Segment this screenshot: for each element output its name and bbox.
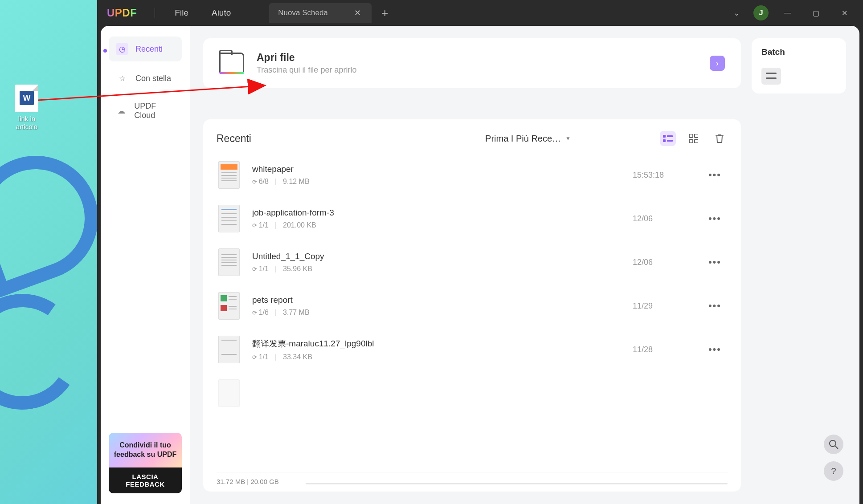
active-indicator (103, 49, 107, 53)
sidebar: ◷ Recenti ☆ Con stella ☁ UPDF Cloud Cond… (101, 26, 190, 504)
file-thumbnail (218, 205, 240, 232)
file-pages: 1/6 (252, 309, 269, 317)
feedback-button[interactable]: LASCIA FEEDBACK (109, 467, 182, 493)
svg-rect-7 (689, 139, 693, 143)
desktop-file-word[interactable]: W link in articolo (9, 85, 45, 131)
file-more-icon[interactable]: ••• (704, 300, 726, 312)
file-row[interactable]: whitepaper 6/8|9.12 MB 15:53:18 ••• (217, 153, 728, 197)
file-row[interactable]: pets report 1/6|3.77 MB 11/29 ••• (217, 284, 728, 328)
file-pages: 1/1 (252, 353, 269, 361)
word-file-icon: W (15, 85, 38, 112)
batch-icon (761, 68, 781, 85)
tab-close-icon[interactable]: ✕ (352, 8, 363, 18)
svg-rect-3 (663, 139, 666, 142)
file-size: 35.96 KB (283, 265, 312, 273)
file-thumbnail (218, 379, 240, 407)
file-pages: 1/1 (252, 265, 269, 273)
file-date: 11/29 (633, 301, 704, 311)
sidebar-item-recent[interactable]: ◷ Recenti (109, 37, 182, 61)
file-thumbnail (218, 248, 240, 276)
file-date: 12/06 (633, 214, 704, 224)
titlebar: UPDF File Aiuto Nuova Scheda ✕ + ⌄ J — ▢… (97, 0, 863, 26)
app-window: UPDF File Aiuto Nuova Scheda ✕ + ⌄ J — ▢… (97, 0, 863, 504)
storage-track (306, 483, 728, 484)
file-pages: 1/1 (252, 221, 269, 229)
sort-dropdown[interactable]: Prima I Più Rece… ▼ (485, 134, 571, 144)
file-row[interactable]: job-application-form-3 1/1|201.00 KB 12/… (217, 197, 728, 240)
chevron-down-icon[interactable]: ⌄ (728, 5, 744, 21)
maximize-button[interactable]: ▢ (806, 3, 826, 23)
minimize-button[interactable]: — (777, 3, 797, 23)
close-button[interactable]: ✕ (834, 3, 854, 23)
file-date: 12/06 (633, 258, 704, 267)
batch-card[interactable]: Batch (752, 38, 846, 93)
file-name: job-application-form-3 (252, 208, 633, 218)
folder-icon (219, 53, 244, 74)
file-size: 9.12 MB (283, 178, 310, 186)
avatar[interactable]: J (753, 5, 769, 20)
view-grid-button[interactable] (686, 131, 702, 146)
file-thumbnail (218, 292, 240, 320)
file-thumbnail (218, 336, 240, 363)
file-date: 15:53:18 (633, 171, 704, 180)
sidebar-item-starred[interactable]: ☆ Con stella (109, 66, 182, 91)
recent-title: Recenti (217, 133, 251, 145)
search-button[interactable] (824, 435, 843, 454)
recent-panel: Recenti Prima I Più Rece… ▼ (203, 119, 741, 492)
file-thumbnail (218, 161, 240, 189)
file-name: whitepaper (252, 164, 633, 174)
caret-down-icon: ▼ (565, 135, 571, 142)
menu-file[interactable]: File (163, 8, 200, 18)
file-pages: 6/8 (252, 178, 269, 186)
file-more-icon[interactable]: ••• (704, 213, 726, 224)
help-button[interactable]: ? (824, 461, 843, 481)
file-name: 翻译发票-maraluc11.27_lpg90lbl (252, 338, 633, 350)
sidebar-label-recent: Recenti (135, 45, 163, 54)
file-row[interactable] (217, 371, 728, 415)
file-size: 3.77 MB (283, 309, 310, 317)
logo-updf: UPDF (107, 7, 137, 19)
file-name: pets report (252, 295, 633, 305)
svg-rect-5 (689, 134, 693, 138)
open-file-arrow-icon[interactable]: › (710, 56, 725, 71)
file-row[interactable]: Untitled_1_1_Copy 1/1|35.96 KB 12/06 ••• (217, 240, 728, 284)
svg-rect-2 (667, 135, 673, 137)
svg-point-9 (830, 440, 836, 447)
star-icon: ☆ (116, 72, 128, 85)
new-tab-button[interactable]: + (372, 6, 398, 20)
feedback-text: Condividi il tuo feedback su UPDF (109, 433, 182, 467)
file-date: 11/28 (633, 345, 704, 354)
file-more-icon[interactable]: ••• (704, 344, 726, 355)
svg-rect-6 (695, 134, 698, 138)
desktop-file-label: link in articolo (9, 115, 45, 131)
file-list: whitepaper 6/8|9.12 MB 15:53:18 ••• job-… (217, 153, 728, 472)
open-file-card[interactable]: Apri file Trascina qui il file per aprir… (203, 38, 741, 88)
svg-rect-1 (663, 135, 666, 138)
tab-new[interactable]: Nuova Scheda ✕ (269, 3, 372, 23)
file-size: 33.34 KB (283, 353, 312, 361)
main-area: Apri file Trascina qui il file per aprir… (190, 26, 859, 504)
svg-rect-8 (695, 139, 698, 143)
storage-bar: 31.72 MB | 20.00 GB (217, 472, 728, 492)
open-file-title: Apri file (257, 52, 356, 64)
sidebar-item-cloud[interactable]: ☁ UPDF Cloud (109, 95, 182, 126)
clock-icon: ◷ (116, 43, 128, 55)
tab-title: Nuova Scheda (278, 8, 328, 17)
open-file-subtitle: Trascina qui il file per aprirlo (257, 65, 356, 75)
storage-text: 31.72 MB | 20.00 GB (217, 478, 279, 485)
file-size: 201.00 KB (283, 221, 316, 229)
sidebar-label-starred: Con stella (135, 74, 171, 83)
delete-button[interactable] (712, 131, 728, 146)
sort-label: Prima I Più Rece… (485, 134, 561, 144)
sidebar-label-cloud: UPDF Cloud (134, 102, 175, 120)
help-icon: ? (831, 466, 836, 476)
svg-rect-4 (667, 140, 673, 142)
feedback-promo[interactable]: Condividi il tuo feedback su UPDF LASCIA… (109, 433, 182, 493)
view-list-button[interactable] (660, 131, 676, 146)
file-more-icon[interactable]: ••• (704, 169, 726, 181)
file-row[interactable]: 翻译发票-maraluc11.27_lpg90lbl 1/1|33.34 KB … (217, 328, 728, 371)
file-more-icon[interactable]: ••• (704, 256, 726, 268)
cloud-icon: ☁ (116, 105, 127, 117)
file-name: Untitled_1_1_Copy (252, 252, 633, 261)
menu-help[interactable]: Aiuto (200, 8, 242, 18)
